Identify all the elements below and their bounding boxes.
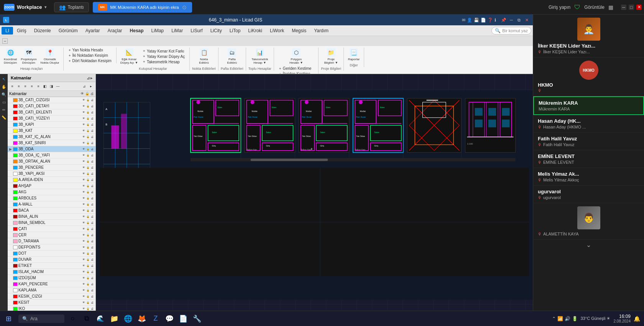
layer-tool-3[interactable]: ≡ <box>22 83 28 89</box>
layer-3b-kat-siniri[interactable]: 3B_KAT_SİNİRİ 👁🔒🖨 <box>8 140 95 146</box>
layer-kaplama[interactable]: KAPLAMA 👁🔒🖨 <box>8 287 95 293</box>
toolbar-collapse-btn[interactable]: ─ <box>2 38 8 44</box>
zoom-minimize-btn[interactable]: ─ <box>621 5 626 10</box>
layer-bina-sembol[interactable]: BİNA_SEMBOL 👁🔒🖨 <box>8 220 95 226</box>
licad-pin-btn[interactable]: 📌 <box>501 17 507 23</box>
menu-li[interactable]: LI <box>2 27 13 35</box>
layer-cati[interactable]: ÇATI 👁🔒🖨 <box>8 226 95 232</box>
taskbar-chrome[interactable]: 🌐 <box>121 312 135 326</box>
layer-3b-cati-eklenti[interactable]: 3B_CATI_EKLENTİ 👁🔒🖨 <box>8 109 95 115</box>
btn-yatay-kenar-duzey[interactable]: ✦ Yatay Kenar Düşey Aç <box>140 54 187 59</box>
taskbar-pdf[interactable]: 📄 <box>176 312 190 326</box>
layer-kesik-cizgi[interactable]: KESİK_CİZGİ 👁🔒🖨 <box>8 293 95 300</box>
menu-licity[interactable]: LiCity <box>207 27 226 35</box>
menu-goruntum[interactable]: Görünüm <box>55 27 82 35</box>
menu-likroki[interactable]: LiKroki <box>244 27 266 35</box>
taskbar-app[interactable]: 🔧 <box>190 312 204 326</box>
layer-3b-kat-ic-alan[interactable]: 3B_KAT_İÇ_ALAN 👁🔒🖨 <box>8 134 95 140</box>
layer-3b-kat[interactable]: 3B_KAT 👁🔒🖨 <box>8 128 95 134</box>
btn-raporlar[interactable]: 📃 Raporlar <box>346 48 361 62</box>
layer-duvar[interactable]: DUVAR 👁🔒🖨 <box>8 257 95 263</box>
btn-pafta-editoru[interactable]: 🗂 PaftaEditörü <box>221 48 243 65</box>
licad-close-btn[interactable]: ✕ <box>524 17 530 23</box>
btn-egik-kenar[interactable]: 📐 Eğik KenarDüşey Açı ▼ <box>119 48 140 65</box>
menu-yardim[interactable]: Yardım <box>310 27 332 35</box>
tool-pan[interactable]: ✋ <box>0 83 7 90</box>
layer-kesit[interactable]: KESİT 👁🔒🖨 <box>8 300 95 306</box>
menu-limap[interactable]: LiMap <box>148 27 168 35</box>
btn-polygon[interactable]: ⬡ PolygonHesabı ▼ <box>276 48 316 65</box>
licad-minimize-btn[interactable]: ─ <box>508 17 514 23</box>
layer-tool-filter[interactable]: ⊿ <box>81 83 87 89</box>
btn-nokta-editoru[interactable]: 📋 NoktaEditörü <box>192 48 216 65</box>
layer-tool-5[interactable]: ≡ <box>35 83 41 89</box>
taskbar-cortana[interactable]: ○ <box>66 312 80 326</box>
btn-proje[interactable]: 📁 ProjeBilgileri ▼ <box>321 48 341 65</box>
girs-yapin-btn[interactable]: Giriş yapın <box>549 5 570 10</box>
layer-dot[interactable]: DOT 👁🔒🖨 <box>8 250 95 257</box>
menu-megsis[interactable]: Megsis <box>288 27 310 35</box>
tool-draw[interactable]: ✏ <box>0 106 7 113</box>
btn-takeo[interactable]: 📊 TakeometrikHesap ▼ <box>248 48 271 65</box>
menu-ayarlar[interactable]: Ayarlar <box>82 27 104 35</box>
layer-baca[interactable]: BACA 👁🔒🖨 <box>8 207 95 214</box>
menu-araclar[interactable]: Araçlar <box>104 27 126 35</box>
tool-select[interactable]: ▭ <box>0 99 7 105</box>
menu-lisurf[interactable]: LiSurf <box>187 27 206 35</box>
layers-filter-btn[interactable]: ⊿ <box>87 76 90 80</box>
layer-kapi-pencere[interactable]: KAPI_PENCERE 👁🔒🖨 <box>8 281 95 287</box>
licad-restore-btn[interactable]: ⧉ <box>516 17 522 23</box>
layer-tool-4[interactable]: ≡ <box>29 83 35 89</box>
layer-arboles[interactable]: ARBOLES 👁🔒🖨 <box>8 195 95 201</box>
network-icon[interactable]: 📶 <box>557 316 563 321</box>
btn-otomatik[interactable]: 📍 OtomatikNokta Oluştur <box>39 48 61 65</box>
taskbar-explorer[interactable]: 📁 <box>107 312 121 326</box>
btn-ileriden[interactable]: ✦ İleriden Kestime <box>276 71 316 74</box>
layer-3b-yapi-aksi[interactable]: 3B_YAPI_AKSI 👁🔒🖨 <box>8 171 95 177</box>
btn-projeksiyon[interactable]: 🗺 ProjeksiyonDönüşüm <box>19 48 38 65</box>
layers-collapse-btn[interactable]: ▸ <box>90 76 92 80</box>
menu-giris[interactable]: Giriş <box>13 27 30 35</box>
layer-izdusum[interactable]: İZDÜŞÜM 👁🔒🖨 <box>8 275 95 281</box>
meeting-scroll-down[interactable]: ⌄ <box>533 240 644 250</box>
layer-islak-hacim[interactable]: ISLAK_HACİM 👁🔒🖨 <box>8 269 95 275</box>
menu-hesap[interactable]: Hesap <box>126 27 148 35</box>
toplanti-button[interactable]: 👥 Toplantı <box>54 2 89 12</box>
taskbar-search[interactable]: 🔍 Ara <box>18 314 64 323</box>
taskbar-task-view[interactable]: ⧉ <box>80 312 94 326</box>
layer-3b-ortak-alan[interactable]: 3B_ORTAK_ALAN 👁🔒🖨 <box>8 158 95 165</box>
taskbar-firefox[interactable]: 🦊 <box>135 312 149 326</box>
layer-bina-alin[interactable]: BİNA_ALIN 👁🔒🖨 <box>8 214 95 220</box>
layer-etiket[interactable]: ETİKET 👁🔒🖨 <box>8 263 95 269</box>
goruntule-btn[interactable]: Görüntüle <box>584 5 605 10</box>
layer-defpoints[interactable]: DEFPOINTS 👁🔒🖨 <box>8 244 95 250</box>
layer-tool-6[interactable]: ◧ <box>42 83 48 89</box>
btn-yan-nokta[interactable]: ✦ Yan Nokta Hesabı <box>66 48 114 53</box>
menu-limar[interactable]: LiMar <box>168 27 187 35</box>
layer-3b-oda[interactable]: ▶ 3B_ODA 👁🔒🖨 <box>8 146 95 152</box>
layer-a-wall[interactable]: A-WALL 👁🔒🖨 <box>8 201 95 207</box>
btn-takeometrik-hesap[interactable]: ✦ Takeometrik Hesap <box>140 59 187 64</box>
taskbar-whatsapp[interactable]: 💬 <box>163 312 176 326</box>
layer-3b-pencere[interactable]: 3B_PENCERE 👁🔒🖨 <box>8 165 95 171</box>
layer-tool-7[interactable]: ◨ <box>48 83 54 89</box>
tool-pointer[interactable]: ↖ <box>0 76 7 82</box>
start-button[interactable]: ⊞ <box>0 311 17 326</box>
layer-d-tarama[interactable]: D_TARAMA 👁🔒🖨 <box>8 238 95 244</box>
btn-iki-noktadan[interactable]: ✦ İki Noktadan Kesişim <box>66 53 114 58</box>
menu-litop[interactable]: LiTop <box>226 27 245 35</box>
system-clock[interactable]: 16:09 2.08.2024 <box>614 314 631 323</box>
layer-a-area-iden[interactable]: A.AREA-İDEN 👁🔒🖨 <box>8 177 95 183</box>
canvas-area[interactable]: A B MİMAR <box>96 74 533 316</box>
screen-share-button[interactable]: MK MK Mükremin KARA adlı kişinin ekra ⊙ <box>93 2 192 13</box>
layer-3d-cati-detayi[interactable]: 3D_CATI_DETAYI 👁🔒🖨 <box>8 103 95 109</box>
btn-koordinat[interactable]: 🌐 KoordinatDönüşüm <box>2 48 18 65</box>
zoom-maximize-btn[interactable]: □ <box>629 5 634 10</box>
layer-ahsap[interactable]: AHŞAP 👁🔒🖨 <box>8 183 95 189</box>
menu-liwork[interactable]: LiWork <box>266 27 288 35</box>
tool-zoom[interactable]: 🔍 <box>0 91 7 98</box>
dropdown-icon[interactable]: ▾ <box>44 5 46 9</box>
layer-3b-cati-yuzeyi[interactable]: 3B_CATI_YÜZEYİ 👁🔒🖨 <box>8 115 95 122</box>
layer-tool-expand[interactable]: ▸ <box>88 83 94 89</box>
taskbar-zoom[interactable]: Z <box>149 312 163 326</box>
